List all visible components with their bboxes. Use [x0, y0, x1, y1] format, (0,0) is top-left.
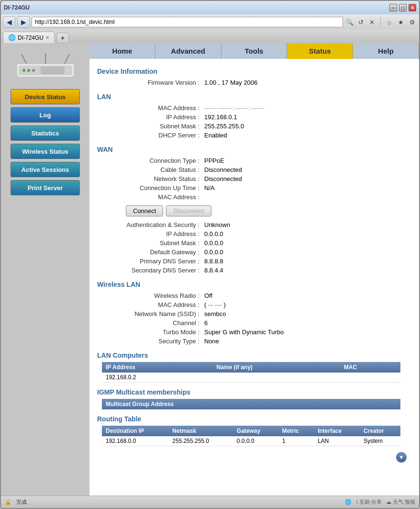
sidebar-item-wireless-status[interactable]: Wireless Status: [11, 144, 80, 159]
wl-security-label: Security Type :: [97, 337, 202, 346]
wl-security-row: Security Type : None: [97, 337, 411, 346]
lan-ip-row: IP Address : 192.168.0.1: [97, 113, 411, 122]
firmware-label: Firmware Version :: [97, 78, 202, 87]
tab-close-button[interactable]: ✕: [45, 35, 49, 40]
wl-turbo-label: Turbo Mode :: [97, 328, 202, 337]
top-navigation: Home Advanced Tools Status Help: [89, 43, 419, 59]
wan-table: Connection Type : PPPoE Cable Status : D…: [97, 156, 411, 202]
wan-uptime-row: Connection Up Time : N/A: [97, 183, 411, 192]
nav-help[interactable]: Help: [353, 43, 419, 59]
lan-ip-label: IP Address :: [97, 113, 202, 122]
bottom-bar-text: i 互助·分享 ☁ 天气·预报: [356, 498, 415, 506]
nav-advanced[interactable]: Advanced: [155, 43, 221, 59]
lan-dhcp-row: DHCP Server : Enabled: [97, 131, 411, 140]
lan-computers-section-title: LAN Computers: [97, 351, 411, 359]
svg-line-6: [22, 54, 26, 64]
sidebar-item-device-status[interactable]: Device Status: [11, 89, 80, 104]
wan-cable-row: Cable Status : Disconnected: [97, 165, 411, 174]
wan-auth-row: Authentication & Security : Unknown: [97, 220, 411, 229]
lan-mac-value: ——·——:——:——: [202, 103, 411, 113]
sidebar-item-log[interactable]: Log: [11, 107, 80, 123]
wl-ssid-label: Network Name (SSID) :: [97, 309, 202, 318]
firmware-value: 1.00 , 17 May 2006: [202, 78, 411, 87]
wl-channel-label: Channel :: [97, 318, 202, 328]
settings-icon[interactable]: ⚙: [408, 17, 417, 27]
wl-ssid-row: Network Name (SSID) : sembco: [97, 309, 411, 318]
nav-home[interactable]: Home: [89, 43, 155, 59]
page-scroll[interactable]: Home Advanced Tools Status Help Device I…: [89, 43, 419, 496]
wan-conntype-label: Connection Type :: [97, 156, 202, 165]
wan-subnet-label: Subnet Mask :: [97, 238, 202, 248]
stop-icon[interactable]: ✕: [367, 17, 376, 27]
refresh-icon[interactable]: ↺: [356, 17, 365, 27]
browser-tab[interactable]: 🌐 DI-724GU ✕: [3, 32, 55, 43]
lan-col-mac: MAC: [340, 362, 400, 373]
wan-ip-value: 0.0.0.0: [202, 229, 411, 238]
status-text: 完成: [16, 498, 27, 506]
routing-table: Destination IP Netmask Gateway Metric In…: [102, 426, 400, 446]
wan-dns2-value: 8.8.4.4: [202, 266, 411, 275]
lan-comp-ip: 192.168.0.2: [102, 373, 212, 383]
minimize-button[interactable]: ─: [389, 4, 397, 11]
wan-mac-row: MAC Address :: [97, 192, 411, 202]
wan-gateway-label: Default Gateway :: [97, 248, 202, 257]
title-bar: DI-724GU ─ □ ✕: [1, 1, 419, 14]
browser-body: Device Status Log Statistics Wireless St…: [1, 43, 419, 496]
window-controls[interactable]: ─ □ ✕: [389, 4, 416, 11]
nav-status[interactable]: Status: [287, 43, 353, 59]
sidebar-item-active-sessions[interactable]: Active Sessions: [11, 162, 80, 177]
favorites-icon[interactable]: ★: [396, 17, 406, 27]
rt-col-dest: Destination IP: [102, 426, 168, 436]
wan-network-row: Network Status : Disconnected: [97, 174, 411, 183]
address-bar[interactable]: [32, 17, 343, 27]
wl-mac-label: MAC Address :: [97, 300, 202, 309]
wan-dns1-value: 8.8.8.8: [202, 257, 411, 266]
search-icon[interactable]: 🔍: [345, 17, 354, 27]
wl-ssid-value: sembco: [202, 309, 411, 318]
back-button[interactable]: ◀: [3, 16, 15, 28]
lan-subnet-value: 255.255.255.0: [202, 122, 411, 131]
routing-row: 192.168.0.0 255.255.255.0 0.0.0.0 1 LAN …: [102, 436, 400, 446]
connect-button[interactable]: Connect: [126, 205, 163, 216]
rt-creator: System: [360, 436, 400, 446]
tab-label: DI-724GU: [18, 34, 44, 41]
maximize-button[interactable]: □: [399, 4, 407, 11]
routing-section-title: Routing Table: [97, 415, 411, 423]
lan-mac-label: MAC Address :: [97, 103, 202, 113]
disconnect-button[interactable]: Disconnect: [166, 205, 211, 216]
wan-network-label: Network Status :: [97, 174, 202, 183]
wan-dns1-row: Primary DNS Server : 8.8.8.8: [97, 257, 411, 266]
svg-point-2: [22, 69, 25, 72]
rt-col-gateway: Gateway: [233, 426, 278, 436]
router-image: [10, 47, 81, 85]
sidebar-item-print-server[interactable]: Print Server: [11, 180, 80, 195]
wan-extra-table: Authentication & Security : Unknown IP A…: [97, 220, 411, 275]
sidebar-item-statistics[interactable]: Statistics: [11, 125, 80, 141]
zoom-icon: 🌐: [345, 499, 352, 505]
wan-section-title: WAN: [97, 146, 411, 153]
wan-gateway-row: Default Gateway : 0.0.0.0: [97, 248, 411, 257]
close-button[interactable]: ✕: [409, 4, 416, 11]
tab-bar: 🌐 DI-724GU ✕ +: [1, 30, 419, 43]
nav-tools[interactable]: Tools: [221, 43, 287, 59]
wan-uptime-value: N/A: [202, 183, 411, 192]
home-icon[interactable]: ⌂: [385, 17, 394, 27]
wan-mac-label: MAC Address :: [97, 192, 202, 202]
forward-button[interactable]: ▶: [17, 16, 30, 28]
lan-computers-table: IP Address Name (if any) MAC 192.168.0.2: [102, 362, 400, 383]
wan-subnet-row: Subnet Mask : 0.0.0.0: [97, 238, 411, 248]
wan-conntype-value: PPPoE: [202, 156, 411, 165]
svg-point-4: [32, 69, 35, 72]
lan-comp-name: [212, 373, 340, 383]
lan-col-name: Name (if any): [212, 362, 340, 373]
rt-col-interface: Interface: [314, 426, 360, 436]
main-area: Home Advanced Tools Status Help Device I…: [89, 43, 419, 496]
device-information-header: Device Information: [97, 68, 411, 75]
rt-dest: 192.168.0.0: [102, 436, 168, 446]
favicon: 🌐: [8, 34, 16, 41]
wan-dns2-row: Secondary DNS Server : 8.8.4.4: [97, 266, 411, 275]
scroll-down-button[interactable]: ▼: [396, 452, 407, 463]
wan-cable-value: Disconnected: [202, 165, 411, 174]
wl-radio-label: Wireless Radio :: [97, 291, 202, 300]
new-tab-button[interactable]: +: [56, 33, 69, 43]
